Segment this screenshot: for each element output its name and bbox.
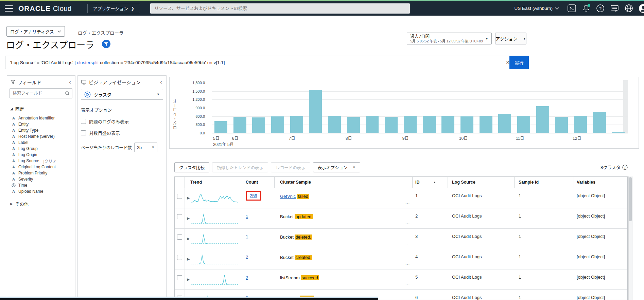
collapse-panel-icon[interactable]: ‹ (159, 80, 163, 85)
time-range-text: 過去7日間 5月 5 05:52 午後 - 5月 12 05:52 午後 UTC… (410, 34, 483, 43)
sample-link[interactable]: GetVnic (280, 194, 296, 199)
y-tick-label: 300.0 (177, 123, 205, 127)
header-log-source[interactable]: Log Source (448, 177, 515, 188)
row-checkbox[interactable] (177, 214, 182, 219)
field-item-time[interactable]: Time (7, 182, 75, 188)
hamburger-menu-icon[interactable] (5, 5, 13, 12)
header-cluster-sample[interactable]: Cluster Sample (275, 177, 413, 188)
count-link[interactable]: 2 (246, 275, 248, 280)
field-item-entity-type[interactable]: AEntity Type (7, 127, 75, 133)
text-field-icon: A (12, 171, 16, 175)
field-item-log-origin[interactable]: ALog Origin (7, 152, 75, 158)
cluster-sample-cell: Bucket updated.... (275, 208, 413, 228)
app-switcher-button[interactable]: アプリケーション ❯ (87, 4, 140, 13)
actions-label: アクション (495, 35, 517, 42)
cloud-shell-icon[interactable] (567, 4, 576, 13)
query-input[interactable]: 'Log Source' = 'OCI Audit Logs' | cluste… (10, 60, 503, 65)
text-field-icon: A (12, 177, 16, 181)
header-count[interactable]: Count (242, 177, 275, 188)
page-size-select[interactable]: 25 ▼ (134, 143, 157, 152)
checkbox[interactable] (81, 119, 86, 124)
notifications-bell-icon[interactable] (581, 4, 591, 13)
x-tick-label: 10日 (459, 135, 468, 141)
field-item-log-source[interactable]: ALog Source|クリア (7, 158, 75, 164)
scrollbar-thumb[interactable] (629, 177, 632, 221)
count-link[interactable]: 1 (246, 234, 248, 239)
profile-avatar-icon[interactable] (639, 4, 644, 13)
field-search-input[interactable] (10, 88, 72, 98)
count-cell: 2 (242, 249, 275, 269)
time-range-label: 過去7日間 (410, 34, 483, 39)
field-item-upload-name[interactable]: AUpload Name (7, 188, 75, 194)
header-variables[interactable]: Variables (574, 177, 627, 188)
expand-row-icon[interactable]: ▶ (187, 277, 190, 282)
toolbar-button-クラスタ比較[interactable]: クラスタ比較 (174, 162, 209, 172)
clear-field-link[interactable]: |クリア (43, 158, 56, 164)
trend-cell: ▶ (185, 188, 242, 208)
sample-text: Bucket (280, 214, 295, 219)
header-id[interactable]: ID ▲ (413, 177, 448, 188)
field-name: Host Name (Server) (18, 134, 55, 139)
trend-sparkline (191, 193, 239, 204)
bar (574, 116, 587, 133)
global-search-input[interactable] (150, 3, 410, 14)
log-scale-checkbox[interactable]: 対数目盛の表示 (81, 130, 166, 136)
row-checkbox[interactable] (177, 275, 182, 280)
header-sample-id[interactable]: Sample Id (515, 177, 574, 188)
count-cell: 1 (242, 229, 275, 249)
pinned-group-toggle[interactable]: ◢ 固定 (10, 106, 75, 112)
field-item-label[interactable]: ALabel (7, 139, 75, 146)
region-selector[interactable]: US East (Ashburn) (514, 6, 559, 11)
count-link[interactable]: 2 (246, 255, 248, 260)
field-item-original-log-content[interactable]: AOriginal Log Content (7, 164, 75, 170)
expand-row-icon[interactable]: ▶ (187, 216, 190, 221)
fields-panel-title: フィールド (18, 79, 68, 86)
header-trend[interactable]: Trend (185, 177, 242, 188)
problem-logs-checkbox[interactable]: 問題のログのみ表示 (81, 118, 166, 125)
row-checkbox[interactable] (177, 194, 182, 199)
chart-plot-area[interactable]: 5日6日7日8日9日10日11日12日 2021年 5月 (212, 83, 628, 133)
sample-id-cell: 1 (515, 229, 574, 249)
page-title: ログ・エクスプローラ (6, 38, 94, 51)
field-item-annotation-identifier[interactable]: AAnnotation Identifier (7, 115, 75, 121)
language-globe-icon[interactable] (624, 4, 633, 13)
count-link[interactable]: 1 (246, 214, 248, 219)
service-breadcrumb-select[interactable]: ログ・アナリティクス (6, 26, 65, 37)
actions-button[interactable]: アクション ▼ (495, 33, 526, 44)
expand-row-icon[interactable]: ▶ (187, 196, 190, 200)
run-query-button[interactable]: 実行 (509, 56, 529, 69)
bar (328, 116, 341, 133)
field-item-problem-priority[interactable]: AProblem Priority (7, 170, 75, 176)
info-icon[interactable]: i (622, 165, 628, 170)
field-name: Entity Type (18, 128, 38, 133)
field-item-severity[interactable]: ASeverity (7, 176, 75, 182)
help-icon[interactable]: ? (596, 4, 605, 13)
cluster-sample-cell: listStream succeed... (275, 269, 413, 289)
x-tick-label: 9日 (402, 135, 409, 141)
collapse-panel-icon[interactable]: ‹ (68, 80, 72, 85)
other-group-toggle[interactable]: ▶ その他 (10, 201, 75, 207)
feedback-icon[interactable] (610, 4, 619, 13)
text-field-icon: A (12, 189, 16, 193)
annotation-red-box: 259 (246, 191, 261, 201)
field-item-log-group[interactable]: ALog Group (7, 146, 75, 152)
toolbar-button-表示オプション[interactable]: 表示オプション▼ (313, 162, 360, 172)
filter-badge-icon[interactable] (102, 40, 110, 48)
row-checkbox[interactable] (177, 235, 182, 240)
checkbox[interactable] (81, 130, 86, 135)
dropdown-arrow-icon: ▼ (157, 93, 160, 96)
viz-type-select[interactable]: クラスタ ▼ (81, 89, 163, 100)
monitor-icon (81, 80, 86, 85)
expand-row-icon[interactable]: ▶ (187, 257, 190, 261)
count-link[interactable]: 259 (250, 193, 257, 198)
bar (290, 116, 303, 133)
expand-row-icon[interactable]: ▶ (187, 237, 190, 241)
row-checkbox[interactable] (177, 255, 182, 260)
query-bar[interactable]: 'Log Source' = 'OCI Audit Logs' | cluste… (5, 56, 529, 69)
field-item-entity[interactable]: AEntity (7, 121, 75, 127)
bar (366, 116, 379, 133)
field-item-host-name-server-[interactable]: AHost Name (Server) (7, 133, 75, 139)
table-scrollbar[interactable] (628, 176, 632, 300)
time-range-select[interactable]: 過去7日間 5月 5 05:52 午後 - 5月 12 05:52 午後 UTC… (407, 33, 492, 44)
field-name: Problem Priority (18, 171, 47, 175)
